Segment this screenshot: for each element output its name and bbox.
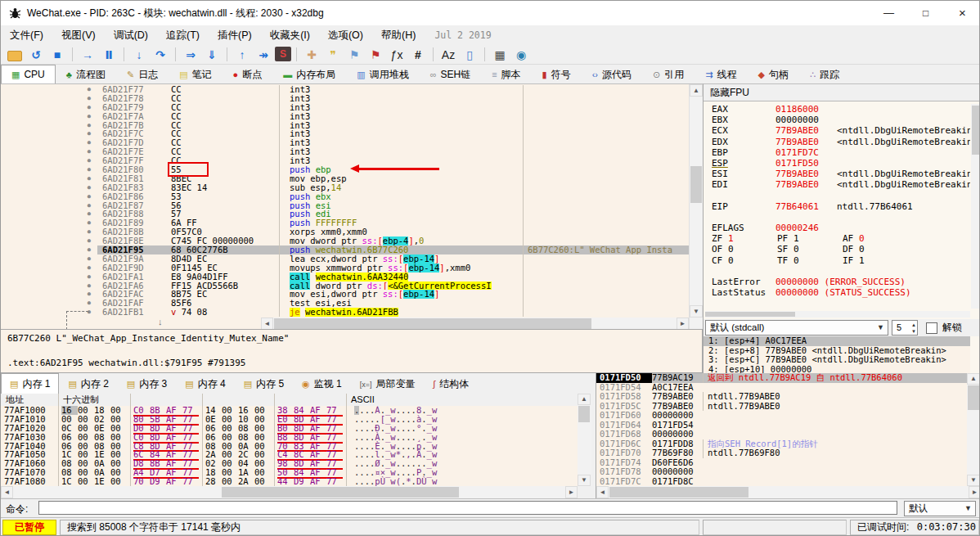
breakpoint-dot-icon[interactable]: ● <box>1 254 97 263</box>
byte-cell[interactable]: 2A <box>238 477 254 486</box>
tab-source[interactable]: ‹›源代码 <box>582 65 642 83</box>
disasm-row[interactable]: ●6AD21F896A FFpush FFFFFFFF <box>1 218 689 227</box>
scroll-thumb[interactable] <box>972 106 980 155</box>
tab-trace[interactable]: ∴跟踪 <box>799 65 850 83</box>
byte-cell[interactable]: 08 <box>94 433 110 442</box>
byte-cell[interactable]: 06 <box>61 433 78 442</box>
scroll-up-button[interactable]: ▲ <box>690 84 703 97</box>
disasm-row[interactable]: ●6AD21F7CCCint3 <box>1 129 689 138</box>
disasm-row[interactable]: ●6AD21F78CCint3 <box>1 94 689 103</box>
disasm-row[interactable]: ●6AD21FAF85F6test esi,esi <box>1 299 689 308</box>
calculator-icon[interactable]: ▦ <box>490 46 510 64</box>
breakpoint-dot-icon[interactable]: ● <box>1 174 97 183</box>
disasm-row[interactable]: ●6AD21F8383EC 14sub esp,14 <box>1 183 689 192</box>
dump-vscrollbar[interactable]: ▲ ▼ <box>578 394 591 486</box>
tab-threads[interactable]: ⇉线程 <box>695 65 747 83</box>
scroll-thumb[interactable] <box>690 166 702 203</box>
breakpoint-dot-icon[interactable]: ● <box>1 138 97 147</box>
register-row[interactable]: CF 0TF 0IF 1 <box>704 255 970 266</box>
open-file-icon[interactable] <box>5 46 25 64</box>
scroll-left-button[interactable]: ◄ <box>1 486 13 498</box>
register-row[interactable]: LastStatus00000000 (STATUS_SUCCESS) <box>704 287 970 298</box>
byte-cell[interactable]: 77 <box>326 477 343 486</box>
breakpoint-dot-icon[interactable]: ● <box>1 121 97 130</box>
tab-call-stack[interactable]: ▥调用堆栈 <box>346 65 419 83</box>
register-row[interactable]: LastError00000000 (ERROR_SUCCESS) <box>704 277 970 287</box>
disasm-row[interactable]: ●6AD21F8055push ebp <box>1 165 689 174</box>
scroll-right-button[interactable]: ► <box>969 486 980 498</box>
command-mode-select[interactable]: 默认 ▼ <box>904 501 976 516</box>
byte-cell[interactable]: AF <box>310 477 326 486</box>
byte-cell[interactable]: 00 <box>78 477 94 486</box>
comment-icon[interactable]: ❞ <box>323 46 343 64</box>
registers-hscrollbar[interactable] <box>705 311 970 318</box>
dump-row[interactable]: 77AF10801C001E0070D9AF7728002A0044D9AF77… <box>1 477 578 486</box>
menu-item-view[interactable]: 视图(V) <box>52 25 105 45</box>
stack-pane[interactable]: 0171FD5077B9AC19返回到 ntdll.77B9AC19 自 ntd… <box>596 373 980 498</box>
byte-cell[interactable]: AF <box>166 477 182 486</box>
menu-item-file[interactable]: 文件(F) <box>1 25 52 45</box>
tab-dump-3[interactable]: ▤内存 3 <box>118 373 176 394</box>
step-out-icon[interactable]: ⇓ <box>202 46 222 64</box>
register-row[interactable]: EDI77B9ABE0<ntdll.DbgUiRemoteBreakin> <box>704 179 970 190</box>
disasm-row[interactable]: ●6AD21F8B0F57C0xorps xmm0,xmm0 <box>1 227 689 236</box>
text-encoding-icon[interactable]: Az <box>438 46 458 64</box>
byte-cell[interactable]: 70 <box>133 477 150 486</box>
breakpoint-dot-icon[interactable]: ● <box>1 299 97 308</box>
scroll-down-button[interactable]: ▼ <box>690 305 703 318</box>
register-row[interactable]: EDX77B9ABE0<ntdll.DbgUiRemoteBreakin> <box>704 137 970 147</box>
disasm-row[interactable]: ●6AD21FA6FF15 ACD5566Bcall dword ptr ds:… <box>1 282 689 291</box>
byte-cell[interactable]: AF <box>310 433 326 442</box>
disassembly-vscrollbar[interactable]: ▲ ▼ <box>689 84 704 330</box>
register-row[interactable]: EBX00000000 <box>704 115 970 125</box>
tab-dump-2[interactable]: ▤内存 2 <box>59 373 117 394</box>
register-row[interactable]: EAX01186000 <box>704 104 970 115</box>
disasm-row[interactable]: ●6AD21F77CCint3 <box>1 85 689 94</box>
scroll-thumb[interactable] <box>609 487 748 498</box>
run-to-user-code-icon[interactable]: ↠ <box>254 46 273 64</box>
breakpoint-dot-icon[interactable]: ● <box>1 85 97 94</box>
scroll-right-button[interactable]: ► <box>677 318 689 330</box>
argument-row[interactable]: 1: [esp+4] A0C17EEA <box>704 336 970 346</box>
byte-cell[interactable]: 77 <box>326 433 343 442</box>
bookmark-icon[interactable]: ⚑ <box>366 46 385 64</box>
disasm-row[interactable]: ●6AD21F8EC745 FC 00000000mov dword ptr s… <box>1 236 689 245</box>
byte-cell[interactable]: 44 <box>277 477 294 486</box>
breakpoint-dot-icon[interactable]: ● <box>1 245 97 254</box>
disasm-row[interactable]: ●6AD21F7ACCint3 <box>1 112 689 121</box>
byte-cell[interactable]: 77 <box>182 477 199 486</box>
tab-references[interactable]: ⊙引用 <box>642 65 695 83</box>
byte-cell[interactable]: 8D <box>294 433 310 442</box>
breakpoint-dot-icon[interactable]: ● <box>1 290 97 299</box>
tab-notes[interactable]: ▤笔记 <box>169 65 222 83</box>
breakpoint-dot-icon[interactable]: ● <box>1 227 97 236</box>
tab-dump-5[interactable]: ▤内存 5 <box>235 373 293 394</box>
byte-cell[interactable]: D9 <box>150 477 166 486</box>
byte-cell[interactable]: 77 <box>182 433 199 442</box>
disasm-row[interactable]: ●6AD21F818BECmov ebp,esp <box>1 174 689 183</box>
memory-dump-pane[interactable]: ▤内存 1▤内存 2▤内存 3▤内存 4▤内存 5◉监视 1[x=]局部变量ʃ结… <box>1 373 591 498</box>
disasm-row[interactable]: ●6AD21F8857push edi <box>1 209 689 218</box>
spinner-down-icon[interactable]: ▼ <box>911 328 916 335</box>
unlock-checkbox[interactable] <box>926 322 937 334</box>
disasm-row[interactable]: ●6AD21F9A8D4D EClea ecx,dword ptr ss:[eb… <box>1 254 689 263</box>
byte-cell[interactable]: 1E <box>94 477 110 486</box>
scroll-left-button[interactable]: ◄ <box>261 318 273 330</box>
menu-item-plugins[interactable]: 插件(P) <box>209 25 261 45</box>
scroll-thumb[interactable] <box>705 312 795 317</box>
menu-item-help[interactable]: 帮助(H) <box>372 25 425 45</box>
byte-cell[interactable]: AF <box>166 433 182 442</box>
breakpoint-dot-icon[interactable]: ● <box>1 112 97 121</box>
minimize-button[interactable]: — <box>870 1 907 25</box>
byte-cell[interactable]: 28 <box>205 477 222 486</box>
stack-hscrollbar[interactable]: ◄ ► <box>596 486 980 498</box>
function-icon[interactable]: ƒx <box>387 46 407 64</box>
byte-cell[interactable]: 8D <box>150 433 166 442</box>
byte-cell[interactable]: 08 <box>238 433 254 442</box>
disasm-row[interactable]: ●6AD21F8653push ebx <box>1 192 689 201</box>
command-input[interactable] <box>38 501 897 515</box>
byte-cell[interactable]: 00 <box>222 477 238 486</box>
byte-cell[interactable]: C0 <box>133 433 150 442</box>
stack-row[interactable]: 0171FD7800000000 <box>596 467 967 477</box>
tab-dump-1[interactable]: ▤内存 1 <box>1 373 59 394</box>
